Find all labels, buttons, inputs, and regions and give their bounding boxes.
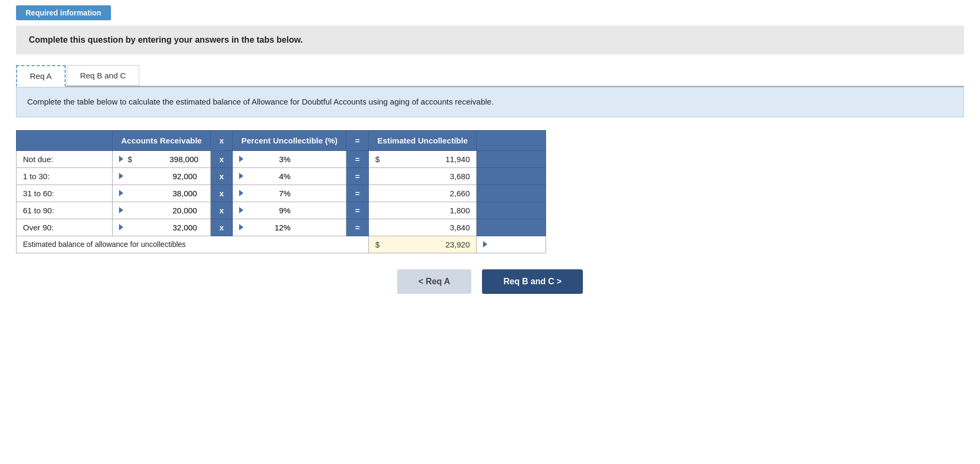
row-ar-1[interactable]	[113, 167, 211, 185]
pct-input-0[interactable]	[248, 155, 290, 164]
row-x-op-3: x	[210, 202, 232, 219]
triangle-total-icon	[483, 241, 487, 247]
prev-button[interactable]: Req A	[397, 269, 471, 294]
triangle-icon-4	[119, 224, 123, 230]
triangle-pct-icon-1	[239, 173, 243, 179]
row-label-2: 31 to 60:	[17, 185, 113, 202]
ar-input-2[interactable]	[128, 189, 197, 198]
tabs-container: Req A Req B and C	[16, 65, 964, 87]
triangle-pct-icon-0	[239, 156, 243, 162]
row-label-1: 1 to 30:	[17, 167, 113, 185]
row-ar-3[interactable]	[113, 202, 211, 219]
row-pct-0[interactable]	[233, 150, 346, 167]
pct-input-2[interactable]	[248, 189, 290, 198]
description-text: Complete the table below to calculate th…	[27, 97, 494, 106]
est-dollar-0: $	[375, 155, 380, 164]
row-extra-3	[477, 202, 546, 219]
triangle-icon-3	[119, 207, 123, 213]
ar-input-3[interactable]	[128, 206, 197, 215]
triangle-icon-1	[119, 173, 123, 179]
row-est-0: $ 11,940	[369, 150, 477, 167]
triangle-pct-icon-4	[239, 224, 243, 230]
total-label: Estimated balance of allowance for uncol…	[17, 236, 369, 253]
row-pct-2[interactable]	[233, 185, 346, 202]
instruction-box: Complete this question by entering your …	[16, 26, 964, 54]
row-extra-2	[477, 185, 546, 202]
row-label-0: Not due:	[17, 150, 113, 167]
row-ar-2[interactable]	[113, 185, 211, 202]
row-label-4: Over 90:	[17, 219, 113, 236]
row-extra-4	[477, 219, 546, 236]
required-info-banner: Required information	[16, 5, 111, 20]
total-value: 23,920	[445, 240, 470, 249]
row-est-4: 3,840	[369, 219, 477, 236]
triangle-icon-0	[119, 156, 123, 162]
row-x-op-2: x	[210, 185, 232, 202]
table-section: Accounts Receivable x Percent Uncollecti…	[16, 130, 964, 253]
est-value-4: 3,840	[450, 223, 470, 232]
header-extra	[477, 130, 546, 150]
table-row: 61 to 90: x = 1,800	[17, 202, 546, 219]
est-value-2: 2,660	[450, 189, 470, 198]
row-est-1: 3,680	[369, 167, 477, 185]
row-label-3: 61 to 90:	[17, 202, 113, 219]
ar-input-0[interactable]	[135, 155, 199, 164]
est-value-3: 1,800	[450, 206, 470, 215]
row-pct-4[interactable]	[233, 219, 346, 236]
description-box: Complete the table below to calculate th…	[16, 87, 964, 117]
header-ar: Accounts Receivable	[113, 130, 211, 150]
header-eq-op: =	[346, 130, 369, 150]
header-est: Estimated Uncollectible	[369, 130, 477, 150]
header-pct: Percent Uncollectible (%)	[233, 130, 346, 150]
est-value-1: 3,680	[450, 172, 470, 181]
triangle-icon-2	[119, 190, 123, 196]
total-dollar-cell: $ 23,920	[369, 236, 477, 253]
row-eq-op-1: =	[346, 167, 369, 185]
tab-req-a[interactable]: Req A	[16, 65, 66, 87]
instruction-text: Complete this question by entering your …	[29, 35, 303, 44]
pct-input-4[interactable]	[248, 223, 290, 232]
row-x-op-1: x	[210, 167, 232, 185]
est-value-0: 11,940	[445, 155, 470, 164]
row-pct-3[interactable]	[233, 202, 346, 219]
table-row: Not due: $ x = $ 11,940	[17, 150, 546, 167]
nav-buttons: Req A Req B and C	[0, 269, 980, 294]
header-x-op: x	[210, 130, 232, 150]
table-row: 1 to 30: x = 3,680	[17, 167, 546, 185]
next-button[interactable]: Req B and C	[482, 269, 583, 294]
aging-table: Accounts Receivable x Percent Uncollecti…	[16, 130, 546, 253]
row-extra-0	[477, 150, 546, 167]
dollar-sign-0: $	[128, 155, 132, 164]
header-label	[17, 130, 113, 150]
table-row: Over 90: x = 3,840	[17, 219, 546, 236]
ar-input-4[interactable]	[128, 223, 197, 232]
row-x-op-0: x	[210, 150, 232, 167]
row-eq-op-2: =	[346, 185, 369, 202]
total-extra-cell[interactable]	[477, 236, 546, 253]
row-pct-1[interactable]	[233, 167, 346, 185]
row-eq-op-4: =	[346, 219, 369, 236]
triangle-pct-icon-3	[239, 207, 243, 213]
pct-input-3[interactable]	[248, 206, 290, 215]
triangle-pct-icon-2	[239, 190, 243, 196]
row-eq-op-0: =	[346, 150, 369, 167]
row-ar-4[interactable]	[113, 219, 211, 236]
total-dollar-sign: $	[375, 240, 380, 249]
ar-input-1[interactable]	[128, 172, 197, 181]
table-row: 31 to 60: x = 2,660	[17, 185, 546, 202]
total-row: Estimated balance of allowance for uncol…	[17, 236, 546, 253]
row-extra-1	[477, 167, 546, 185]
tab-req-b-c[interactable]: Req B and C	[67, 65, 139, 86]
row-eq-op-3: =	[346, 202, 369, 219]
row-est-3: 1,800	[369, 202, 477, 219]
row-est-2: 2,660	[369, 185, 477, 202]
row-x-op-4: x	[210, 219, 232, 236]
pct-input-1[interactable]	[248, 172, 290, 181]
row-ar-0[interactable]: $	[113, 150, 211, 167]
